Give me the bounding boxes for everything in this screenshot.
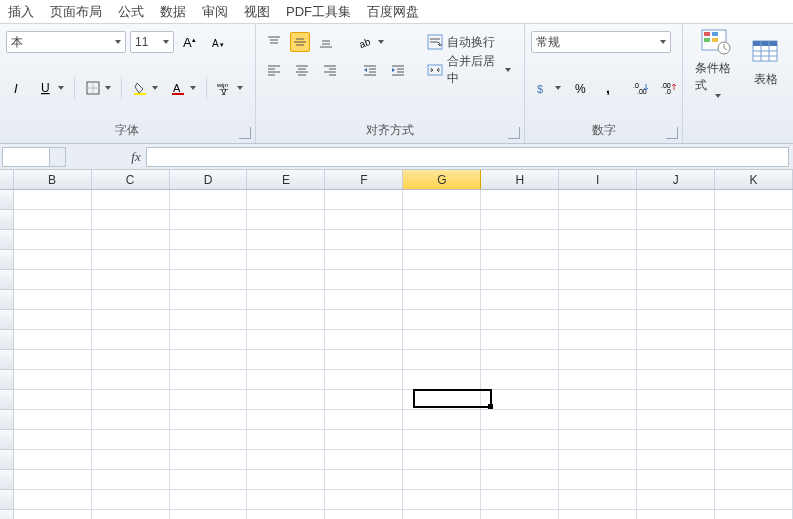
row-header[interactable] xyxy=(0,290,14,310)
font-size-combo[interactable]: 11 xyxy=(130,31,174,53)
cell[interactable] xyxy=(325,490,403,510)
cell[interactable] xyxy=(559,490,637,510)
cell[interactable] xyxy=(637,490,715,510)
decrease-indent-button[interactable] xyxy=(358,59,382,81)
cell[interactable] xyxy=(14,510,92,519)
cell[interactable] xyxy=(247,310,325,330)
cell[interactable] xyxy=(92,490,170,510)
cell[interactable] xyxy=(637,210,715,230)
cell[interactable] xyxy=(14,270,92,290)
cell[interactable] xyxy=(715,230,793,250)
cell[interactable] xyxy=(92,410,170,430)
cell[interactable] xyxy=(14,350,92,370)
cell[interactable] xyxy=(403,230,481,250)
column-header-K[interactable]: K xyxy=(715,170,793,189)
cell[interactable] xyxy=(637,270,715,290)
cell[interactable] xyxy=(559,270,637,290)
cell[interactable] xyxy=(637,510,715,519)
tab-view[interactable]: 视图 xyxy=(244,3,270,21)
cell[interactable] xyxy=(14,450,92,470)
row-header[interactable] xyxy=(0,310,14,330)
cell[interactable] xyxy=(92,290,170,310)
cell[interactable] xyxy=(92,370,170,390)
cell[interactable] xyxy=(481,270,559,290)
row-header[interactable] xyxy=(0,510,14,519)
cell[interactable] xyxy=(559,430,637,450)
cell[interactable] xyxy=(170,330,248,350)
cell[interactable] xyxy=(481,510,559,519)
cell[interactable] xyxy=(14,290,92,310)
cell[interactable] xyxy=(325,250,403,270)
cell[interactable] xyxy=(559,250,637,270)
cell[interactable] xyxy=(637,450,715,470)
cell[interactable] xyxy=(325,450,403,470)
cell[interactable] xyxy=(403,350,481,370)
cell[interactable] xyxy=(481,210,559,230)
font-color-button[interactable]: A xyxy=(166,77,200,99)
cell[interactable] xyxy=(92,450,170,470)
cell[interactable] xyxy=(14,370,92,390)
cell[interactable] xyxy=(325,370,403,390)
align-right-button[interactable] xyxy=(318,59,342,81)
cell[interactable] xyxy=(170,230,248,250)
cell[interactable] xyxy=(403,290,481,310)
cell[interactable] xyxy=(481,470,559,490)
cell[interactable] xyxy=(92,230,170,250)
cell[interactable] xyxy=(481,390,559,410)
cell[interactable] xyxy=(715,430,793,450)
cell[interactable] xyxy=(715,390,793,410)
cell[interactable] xyxy=(637,330,715,350)
cell[interactable] xyxy=(325,230,403,250)
cell[interactable] xyxy=(403,470,481,490)
cell[interactable] xyxy=(14,210,92,230)
cell[interactable] xyxy=(481,250,559,270)
column-header-B[interactable]: B xyxy=(14,170,92,189)
tab-insert[interactable]: 插入 xyxy=(8,3,34,21)
font-name-combo[interactable]: 本 xyxy=(6,31,126,53)
column-header-I[interactable]: I xyxy=(559,170,637,189)
cell[interactable] xyxy=(403,430,481,450)
cell[interactable] xyxy=(247,230,325,250)
cell[interactable] xyxy=(559,330,637,350)
cell[interactable] xyxy=(325,510,403,519)
cell[interactable] xyxy=(325,390,403,410)
row-header[interactable] xyxy=(0,190,14,210)
cell[interactable] xyxy=(637,470,715,490)
increase-indent-button[interactable] xyxy=(386,59,410,81)
cell[interactable] xyxy=(481,290,559,310)
cell[interactable] xyxy=(92,390,170,410)
underline-button[interactable]: U xyxy=(34,77,68,99)
tab-review[interactable]: 审阅 xyxy=(202,3,228,21)
cell[interactable] xyxy=(481,430,559,450)
cell[interactable] xyxy=(92,470,170,490)
cell[interactable] xyxy=(170,430,248,450)
cell[interactable] xyxy=(715,470,793,490)
cell[interactable] xyxy=(637,370,715,390)
cell[interactable] xyxy=(14,250,92,270)
formula-bar-input[interactable] xyxy=(146,147,789,167)
cell[interactable] xyxy=(247,250,325,270)
cell[interactable] xyxy=(481,310,559,330)
cell[interactable] xyxy=(481,490,559,510)
cell[interactable] xyxy=(170,370,248,390)
cell[interactable] xyxy=(325,470,403,490)
cell[interactable] xyxy=(325,310,403,330)
column-header-C[interactable]: C xyxy=(92,170,170,189)
cell[interactable] xyxy=(559,230,637,250)
cell[interactable] xyxy=(715,410,793,430)
cell[interactable] xyxy=(92,430,170,450)
cell[interactable] xyxy=(170,250,248,270)
row-header[interactable] xyxy=(0,450,14,470)
cell[interactable] xyxy=(637,290,715,310)
cell[interactable] xyxy=(247,430,325,450)
cell[interactable] xyxy=(247,290,325,310)
cell[interactable] xyxy=(715,450,793,470)
fx-label[interactable]: fx xyxy=(126,149,146,165)
cell[interactable] xyxy=(559,410,637,430)
cell[interactable] xyxy=(637,430,715,450)
align-center-button[interactable] xyxy=(290,59,314,81)
cell[interactable] xyxy=(715,370,793,390)
cell[interactable] xyxy=(170,210,248,230)
align-left-button[interactable] xyxy=(262,59,286,81)
cell[interactable] xyxy=(92,250,170,270)
